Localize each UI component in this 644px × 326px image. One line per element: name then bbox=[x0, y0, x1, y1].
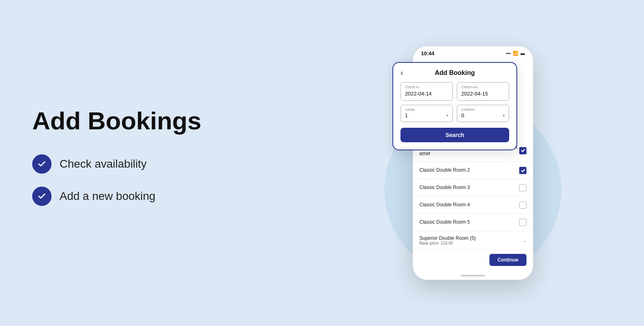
right-section: ‹ Add Booking Check-in 2022-04-14 Check-… bbox=[334, 46, 612, 280]
room-item-5-checkbox[interactable] bbox=[519, 219, 526, 226]
dialog-header: ‹ Add Booking bbox=[400, 69, 509, 77]
guests-row: Adults 1 ▾ Children 0 ▾ bbox=[400, 105, 509, 122]
children-chevron-icon: ▾ bbox=[503, 113, 505, 118]
room-item-3-name: Classic Double Room 3 bbox=[419, 185, 519, 191]
room-item-5[interactable]: Classic Double Room 5 bbox=[413, 214, 533, 231]
room-group-name: Superior Double Room (5) bbox=[419, 235, 522, 241]
checkout-label: Check-out bbox=[461, 85, 505, 89]
adults-select[interactable]: 1 ▾ bbox=[405, 112, 448, 118]
room-list: Classic Double Room 1 Lorem ipsum dolor … bbox=[413, 139, 533, 250]
adults-field[interactable]: Adults 1 ▾ bbox=[400, 105, 453, 122]
status-bar: 10:44 ▪▪▪ 📶 ▬ bbox=[413, 46, 533, 59]
feature-text-availability: Check availability bbox=[60, 158, 147, 170]
status-time: 10:44 bbox=[421, 50, 434, 56]
signal-icon: ▪▪▪ bbox=[506, 51, 511, 56]
home-indicator bbox=[461, 275, 485, 276]
check-icon-availability bbox=[32, 154, 52, 174]
feature-text-add-booking: Add a new booking bbox=[60, 190, 155, 203]
feature-item-add-booking: Add a new booking bbox=[32, 187, 310, 206]
room-item-4[interactable]: Classic Double Room 4 bbox=[413, 197, 533, 214]
room-item-1-checkbox[interactable] bbox=[519, 147, 526, 154]
dialog-title: Add Booking bbox=[400, 69, 509, 77]
left-section: Add Bookings Check availability Add a ne… bbox=[32, 107, 334, 218]
room-group-info: Superior Double Room (5) Base price: 116… bbox=[419, 235, 522, 245]
check-icon-add-booking bbox=[32, 187, 52, 206]
status-icons: ▪▪▪ 📶 ▬ bbox=[506, 51, 525, 56]
room-item-5-name: Classic Double Room 5 bbox=[419, 219, 519, 226]
adults-value: 1 bbox=[405, 112, 408, 118]
page-title: Add Bookings bbox=[32, 107, 310, 135]
back-button[interactable]: ‹ bbox=[400, 68, 403, 77]
adults-label: Adults bbox=[405, 108, 448, 112]
room-item-4-name: Classic Double Room 4 bbox=[419, 202, 519, 208]
room-item-2-checkbox[interactable] bbox=[519, 167, 526, 174]
checkin-field[interactable]: Check-in 2022-04-14 bbox=[400, 82, 453, 101]
room-group-superior[interactable]: Superior Double Room (5) Base price: 116… bbox=[413, 231, 533, 250]
children-value: 0 bbox=[461, 112, 464, 118]
adults-chevron-icon: ▾ bbox=[446, 113, 448, 118]
room-group-price: Base price: 116.00 bbox=[419, 241, 522, 245]
room-item-3-checkbox[interactable] bbox=[519, 184, 526, 191]
room-group-chevron-icon: ⌄ bbox=[522, 238, 526, 243]
room-item-4-checkbox[interactable] bbox=[519, 201, 526, 209]
room-item-2-name: Classic Double Room 2 bbox=[419, 167, 519, 174]
checkin-value: 2022-04-14 bbox=[405, 91, 432, 97]
continue-bar: Continue bbox=[413, 250, 533, 272]
phone-mockup: ‹ Add Booking Check-in 2022-04-14 Check-… bbox=[405, 46, 541, 280]
feature-item-check-availability: Check availability bbox=[32, 154, 310, 174]
room-item-3[interactable]: Classic Double Room 3 bbox=[413, 179, 533, 197]
continue-button[interactable]: Continue bbox=[489, 254, 526, 266]
add-booking-dialog: ‹ Add Booking Check-in 2022-04-14 Check-… bbox=[392, 62, 517, 150]
search-button[interactable]: Search bbox=[400, 128, 509, 142]
checkout-value: 2022-04-15 bbox=[461, 91, 488, 97]
battery-icon: ▬ bbox=[520, 51, 525, 56]
children-field[interactable]: Children 0 ▾ bbox=[457, 105, 509, 122]
phone-bottom-bar bbox=[413, 272, 533, 280]
children-label: Children bbox=[461, 108, 505, 112]
children-select[interactable]: 0 ▾ bbox=[461, 112, 505, 118]
date-row: Check-in 2022-04-14 Check-out 2022-04-15 bbox=[400, 82, 509, 101]
checkout-field[interactable]: Check-out 2022-04-15 bbox=[457, 82, 509, 101]
wifi-icon: 📶 bbox=[513, 51, 518, 56]
checkin-label: Check-in bbox=[405, 85, 448, 89]
room-item-2[interactable]: Classic Double Room 2 bbox=[413, 162, 533, 179]
